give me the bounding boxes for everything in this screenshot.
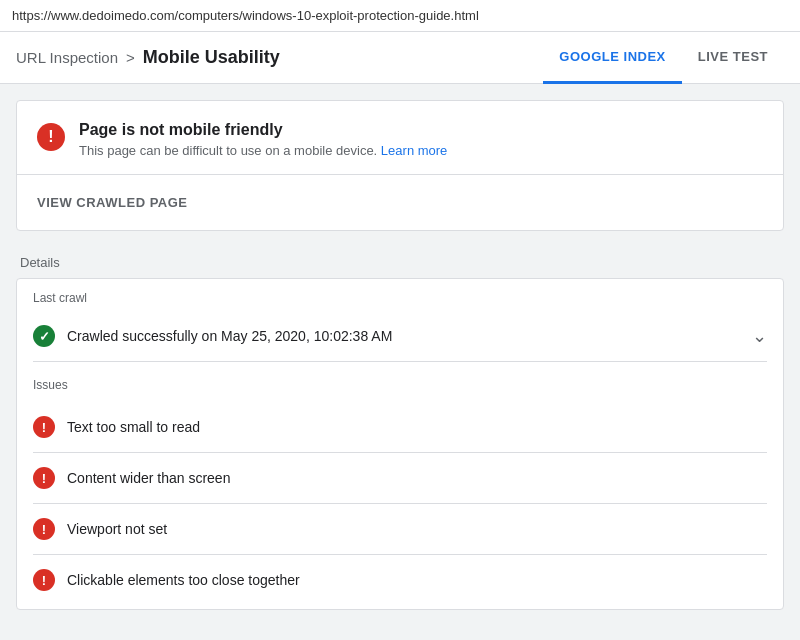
issue-text: Viewport not set: [67, 521, 167, 537]
status-text: Page is not mobile friendly This page ca…: [79, 121, 447, 158]
issue-error-icon: !: [33, 569, 55, 591]
view-crawled-button[interactable]: VIEW CRAWLED PAGE: [37, 191, 188, 214]
breadcrumb-url-inspection[interactable]: URL Inspection: [16, 49, 118, 66]
url-text: https://www.dedoimedo.com/computers/wind…: [12, 8, 479, 23]
last-crawl-label: Last crawl: [33, 291, 767, 305]
tab-google-index[interactable]: GOOGLE INDEX: [543, 32, 681, 84]
learn-more-link[interactable]: Learn more: [381, 143, 447, 158]
issues-section: Issues ! Text too small to read ! Conten…: [17, 366, 783, 609]
status-section: ! Page is not mobile friendly This page …: [17, 101, 783, 158]
issue-row: ! Viewport not set: [33, 504, 767, 555]
issue-text: Clickable elements too close together: [67, 572, 300, 588]
issue-error-icon: !: [33, 518, 55, 540]
url-bar: https://www.dedoimedo.com/computers/wind…: [0, 0, 800, 32]
issue-row: ! Clickable elements too close together: [33, 555, 767, 605]
tabs-container: GOOGLE INDEX LIVE TEST: [543, 32, 784, 83]
not-mobile-friendly-icon: !: [37, 123, 65, 151]
details-card: Last crawl ✓ Crawled successfully on May…: [16, 278, 784, 610]
chevron-down-icon[interactable]: ⌄: [752, 325, 767, 347]
issue-error-icon: !: [33, 416, 55, 438]
crawl-row: ✓ Crawled successfully on May 25, 2020, …: [33, 315, 767, 362]
crawl-left: ✓ Crawled successfully on May 25, 2020, …: [33, 325, 392, 347]
issue-text: Text too small to read: [67, 419, 200, 435]
crawl-text: Crawled successfully on May 25, 2020, 10…: [67, 328, 392, 344]
issue-error-icon: !: [33, 467, 55, 489]
crawl-success-icon: ✓: [33, 325, 55, 347]
issue-text: Content wider than screen: [67, 470, 230, 486]
last-crawl-section: Last crawl ✓ Crawled successfully on May…: [17, 279, 783, 366]
details-label: Details: [16, 247, 784, 278]
main-content: ! Page is not mobile friendly This page …: [0, 84, 800, 626]
issues-label: Issues: [33, 378, 767, 392]
issue-row: ! Content wider than screen: [33, 453, 767, 504]
issue-row: ! Text too small to read: [33, 402, 767, 453]
status-title: Page is not mobile friendly: [79, 121, 447, 139]
view-crawled-section: VIEW CRAWLED PAGE: [17, 174, 783, 230]
breadcrumb-current-page: Mobile Usability: [143, 47, 280, 68]
breadcrumb-separator: >: [126, 49, 135, 66]
status-card: ! Page is not mobile friendly This page …: [16, 100, 784, 231]
breadcrumb: URL Inspection > Mobile Usability: [16, 47, 280, 68]
status-description: This page can be difficult to use on a m…: [79, 143, 447, 158]
tab-live-test[interactable]: LIVE TEST: [682, 32, 784, 84]
top-bar: URL Inspection > Mobile Usability GOOGLE…: [0, 32, 800, 84]
